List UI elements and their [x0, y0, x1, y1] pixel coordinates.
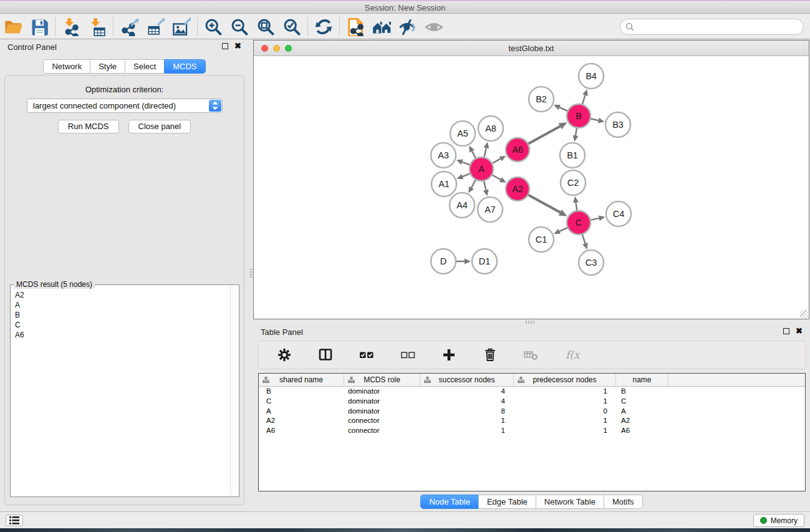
zoom-in-icon[interactable] — [200, 16, 226, 37]
import-network-icon[interactable] — [58, 16, 84, 37]
close-panel-icon[interactable]: ✖ — [234, 42, 241, 50]
horizontal-split-divider[interactable] — [253, 320, 810, 324]
create-column-icon[interactable] — [436, 344, 462, 365]
graph-edge-A2-C[interactable] — [526, 194, 560, 213]
optimization-criterion-select[interactable]: largest connected component (directed) — [27, 99, 223, 113]
graph-node-C3[interactable]: C3 — [579, 250, 604, 275]
close-table-panel-icon[interactable]: ✖ — [796, 327, 803, 335]
graph-node-A1[interactable]: A1 — [432, 172, 456, 196]
open-session-icon[interactable] — [0, 16, 26, 37]
graph-node-D[interactable]: D — [431, 249, 456, 274]
memory-label: Memory — [771, 516, 798, 525]
export-table-icon[interactable] — [142, 16, 168, 37]
graph-node-A6[interactable]: A6 — [506, 138, 529, 162]
search-icon — [625, 22, 634, 31]
mcds-result-item[interactable]: A6 — [15, 330, 239, 340]
tab-style[interactable]: Style — [90, 59, 125, 74]
graph-node-A2[interactable]: A2 — [506, 177, 529, 201]
graph-edge-A6-B[interactable] — [526, 126, 560, 145]
zoom-fit-content-icon[interactable] — [253, 16, 279, 37]
graph-node-C4[interactable]: C4 — [606, 201, 631, 226]
result-scrollbar[interactable] — [230, 286, 238, 496]
graph-node-B3[interactable]: B3 — [605, 112, 630, 137]
tab-mcds[interactable]: MCDS — [164, 59, 205, 74]
mcds-result-item[interactable]: B — [15, 310, 239, 320]
table-row[interactable]: Bdominator41B — [259, 387, 805, 397]
save-session-icon[interactable] — [26, 16, 52, 37]
select-all-columns-icon[interactable] — [354, 344, 380, 365]
mcds-result-item[interactable]: A — [15, 300, 239, 310]
table-settings-icon[interactable] — [271, 344, 297, 365]
memory-button[interactable]: Memory — [753, 514, 804, 527]
graph-node-B2[interactable]: B2 — [529, 87, 554, 112]
table-cell: C — [259, 397, 344, 407]
window-title: Session: New Session — [0, 2, 810, 14]
column-header-MCDS-role[interactable]: MCDS role — [344, 374, 420, 386]
tab-select[interactable]: Select — [125, 59, 165, 74]
new-network-from-selection-icon[interactable] — [342, 16, 369, 37]
task-history-button[interactable] — [6, 515, 23, 526]
export-network-icon[interactable] — [116, 16, 142, 37]
mcds-result-item[interactable]: C — [15, 320, 239, 330]
mcds-result-item[interactable]: A2 — [15, 290, 239, 300]
tab-network[interactable]: Network — [43, 59, 90, 74]
close-panel-button[interactable]: Close panel — [128, 120, 191, 133]
hide-selected-icon[interactable] — [395, 16, 421, 37]
graph-node-C2[interactable]: C2 — [561, 170, 586, 195]
first-neighbors-icon[interactable] — [369, 16, 395, 37]
zoom-out-icon[interactable] — [226, 16, 253, 37]
table-cell: dominator — [344, 387, 420, 397]
control-panel-title: Control Panel — [7, 42, 57, 52]
horizontal-split-grip[interactable] — [526, 321, 534, 324]
table-cell: 1 — [420, 416, 514, 426]
column-header-successor-nodes[interactable]: successor nodes — [420, 374, 514, 386]
graph-node-A[interactable]: A — [470, 157, 493, 181]
graph-node-D1[interactable]: D1 — [472, 249, 497, 274]
vertical-split-divider[interactable] — [249, 39, 253, 511]
column-header-shared-name[interactable]: shared name — [259, 374, 344, 386]
table-body: Bdominator41BCdominator41CAdominator80AA… — [259, 387, 805, 436]
tab-motifs[interactable]: Motifs — [604, 495, 643, 509]
main-toolbar — [0, 14, 810, 39]
control-panel: Control Panel ✖ NetworkStyleSelectMCDS O… — [0, 39, 249, 511]
float-table-panel-icon[interactable] — [783, 328, 789, 334]
mcds-result-list[interactable]: A2ABCA6 — [11, 285, 239, 340]
node-table: shared name MCDS role successor nodes pr… — [258, 373, 806, 491]
network-graph[interactable]: B4B2BB3A8A5A6B1A3AC2A1A2A4A7C4CC1DD1C3 — [254, 56, 809, 319]
table-row[interactable]: A2connector11A2 — [259, 416, 805, 426]
toggle-split-view-icon[interactable] — [312, 344, 339, 365]
table-row[interactable]: Adominator80A — [259, 407, 805, 417]
vertical-split-grip[interactable] — [249, 269, 253, 278]
table-panel-header: Table Panel ✖ — [253, 324, 810, 339]
zoom-selected-icon[interactable] — [279, 16, 305, 37]
table-row[interactable]: Cdominator41C — [259, 397, 805, 407]
graph-node-A5[interactable]: A5 — [450, 121, 475, 146]
search-input[interactable] — [620, 19, 804, 35]
graph-node-B[interactable]: B — [567, 104, 591, 128]
tab-node-table[interactable]: Node Table — [420, 495, 479, 509]
apply-preferred-layout-icon[interactable] — [311, 16, 337, 37]
table-toolbar: f(x) — [258, 341, 806, 369]
mcds-result-title: MCDS result (5 nodes) — [14, 280, 95, 289]
export-image-icon[interactable] — [168, 16, 195, 37]
graph-node-B4[interactable]: B4 — [579, 64, 604, 89]
resize-grip-icon[interactable] — [800, 310, 808, 318]
graph-node-A4[interactable]: A4 — [450, 193, 475, 218]
import-table-icon[interactable] — [84, 16, 110, 37]
unselect-all-columns-icon[interactable] — [395, 344, 421, 365]
graph-node-B1[interactable]: B1 — [560, 143, 585, 168]
float-panel-icon[interactable] — [222, 43, 228, 49]
tab-edge-table[interactable]: Edge Table — [478, 495, 536, 509]
run-mcds-button[interactable]: Run MCDS — [58, 120, 119, 133]
network-canvas[interactable]: B4B2BB3A8A5A6B1A3AC2A1A2A4A7C4CC1DD1C3 — [254, 56, 809, 319]
graph-node-A3[interactable]: A3 — [431, 143, 456, 168]
column-header-predecessor-nodes[interactable]: predecessor nodes — [514, 374, 616, 386]
delete-columns-icon[interactable] — [477, 344, 503, 365]
column-header-name[interactable]: name — [616, 374, 668, 386]
table-row[interactable]: A6connector11A6 — [259, 426, 805, 436]
tab-network-table[interactable]: Network Table — [536, 495, 604, 509]
graph-node-A8[interactable]: A8 — [478, 116, 503, 141]
graph-node-A7[interactable]: A7 — [478, 197, 503, 222]
graph-node-C1[interactable]: C1 — [529, 227, 554, 252]
graph-node-C[interactable]: C — [567, 211, 591, 235]
